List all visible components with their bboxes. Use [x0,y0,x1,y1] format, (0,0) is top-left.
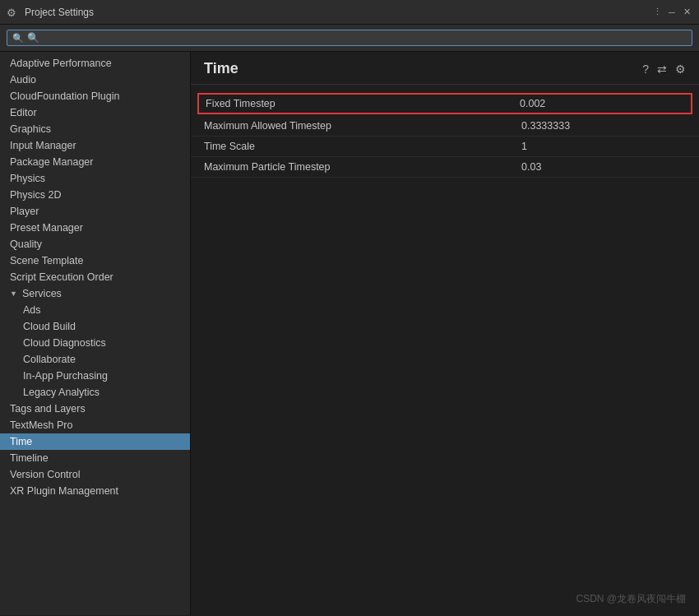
sidebar-item-xr-plugin-management[interactable]: XR Plugin Management [0,483,190,499]
settings-label-max-particle-timestep: Maximum Particle Timestep [204,161,521,173]
sidebar-item-cloud-foundation-plugin[interactable]: CloudFoundation Plugin [0,88,190,104]
sidebar-item-label: Graphics [10,123,51,135]
sidebar-item-timeline[interactable]: Timeline [0,450,190,466]
sidebar-item-label: Timeline [10,452,49,464]
help-icon[interactable]: ? [642,63,649,76]
sidebar-item-label: Preset Manager [10,222,83,234]
sidebar-item-label: Version Control [10,469,80,480]
sidebar-item-label: Script Execution Order [10,271,113,283]
sidebar-item-label: Time [10,436,32,447]
sidebar-item-legacy-analytics[interactable]: Legacy Analytics [0,384,190,401]
search-icon: 🔍 [12,33,24,44]
settings-row-fixed-timestep: Fixed Timestep0.002 [197,93,692,114]
sidebar-item-graphics[interactable]: Graphics [0,121,190,137]
sidebar-item-label: Cloud Build [23,321,76,332]
sidebar-item-label: Scene Template [10,255,83,266]
content-panel: Time ? ⇄ ⚙ Fixed Timestep0.002Maximum Al… [191,52,699,615]
title-bar: ⚙ Project Settings ⋮ ─ ✕ [0,0,699,25]
sidebar-item-audio[interactable]: Audio [0,72,190,88]
sidebar-item-script-execution-order[interactable]: Script Execution Order [0,269,190,285]
title-bar-icon: ⚙ [7,7,18,18]
settings-row-max-particle-timestep: Maximum Particle Timestep0.03 [191,157,699,178]
sidebar-item-label: CloudFoundation Plugin [10,90,119,102]
sidebar-item-ads[interactable]: Ads [0,302,190,318]
settings-row-max-allowed-timestep: Maximum Allowed Timestep0.3333333 [191,116,699,137]
main-layout: Adaptive PerformanceAudioCloudFoundation… [0,52,699,615]
sidebar-item-player[interactable]: Player [0,203,190,220]
settings-table: Fixed Timestep0.002Maximum Allowed Times… [191,85,699,184]
settings-value-max-particle-timestep[interactable]: 0.03 [521,161,686,173]
sidebar-item-label: Cloud Diagnostics [23,337,106,349]
sidebar-item-version-control[interactable]: Version Control [0,466,190,483]
content-header-icons: ? ⇄ ⚙ [642,63,686,76]
gear-icon[interactable]: ⚙ [675,63,686,76]
settings-value-fixed-timestep[interactable]: 0.002 [520,98,684,109]
menu-button[interactable]: ⋮ [651,7,663,18]
close-button[interactable]: ✕ [681,7,692,18]
sidebar-item-label: Input Manager [10,140,76,151]
sidebar-item-label: Audio [10,74,36,86]
sidebar-item-label: Player [10,206,39,217]
search-bar: 🔍 [0,25,699,52]
sidebar-item-label: Legacy Analytics [23,387,100,398]
sidebar-item-physics-2d[interactable]: Physics 2D [0,187,190,203]
sidebar-item-label: Services [22,288,62,299]
sidebar-item-label: Physics [10,173,45,184]
sidebar-item-services[interactable]: ▼Services [0,285,190,302]
layout-icon[interactable]: ⇄ [657,63,667,76]
sidebar-item-package-manager[interactable]: Package Manager [0,154,190,170]
sidebar-item-label: Adaptive Performance [10,58,112,69]
search-input[interactable] [27,32,687,44]
sidebar-item-time[interactable]: Time [0,433,190,450]
sidebar-item-cloud-build[interactable]: Cloud Build [0,318,190,335]
sidebar-item-adaptive-performance[interactable]: Adaptive Performance [0,55,190,72]
title-bar-title: Project Settings [25,7,645,18]
sidebar-item-textmesh-pro[interactable]: TextMesh Pro [0,417,190,433]
sidebar-item-label: TextMesh Pro [10,419,72,431]
sidebar-item-editor[interactable]: Editor [0,104,190,121]
sidebar-item-label: Collaborate [23,354,76,365]
sidebar-item-label: Tags and Layers [10,403,86,415]
footer-watermark: CSDN @龙卷风夜闯牛棚 [576,592,686,606]
settings-row-time-scale: Time Scale1 [191,137,699,157]
sidebar-item-input-manager[interactable]: Input Manager [0,137,190,154]
title-bar-controls: ⋮ ─ ✕ [651,7,692,18]
sidebar-item-label: Physics 2D [10,189,62,201]
sidebar-item-label: Ads [23,304,41,316]
sidebar-item-physics[interactable]: Physics [0,170,190,187]
settings-label-time-scale: Time Scale [204,141,521,152]
settings-label-max-allowed-timestep: Maximum Allowed Timestep [204,120,521,132]
sidebar-item-quality[interactable]: Quality [0,236,190,252]
settings-label-fixed-timestep: Fixed Timestep [206,98,520,109]
sidebar-item-in-app-purchasing[interactable]: In-App Purchasing [0,368,190,384]
sidebar-item-label: In-App Purchasing [23,370,108,382]
sidebar-item-label: XR Plugin Management [10,485,118,497]
sidebar-item-cloud-diagnostics[interactable]: Cloud Diagnostics [0,335,190,351]
sidebar-item-preset-manager[interactable]: Preset Manager [0,220,190,236]
settings-value-time-scale[interactable]: 1 [521,141,686,152]
content-header: Time ? ⇄ ⚙ [191,52,699,85]
arrow-icon: ▼ [10,289,17,298]
search-input-wrap: 🔍 [7,30,692,46]
sidebar-item-scene-template[interactable]: Scene Template [0,252,190,269]
sidebar-item-collaborate[interactable]: Collaborate [0,351,190,368]
sidebar-item-tags-and-layers[interactable]: Tags and Layers [0,401,190,417]
content-title: Time [204,60,238,77]
sidebar-item-label: Editor [10,107,37,118]
sidebar: Adaptive PerformanceAudioCloudFoundation… [0,52,191,615]
sidebar-item-label: Package Manager [10,156,93,168]
sidebar-item-label: Quality [10,239,42,250]
settings-value-max-allowed-timestep[interactable]: 0.3333333 [521,120,686,132]
minimize-button[interactable]: ─ [666,7,678,18]
